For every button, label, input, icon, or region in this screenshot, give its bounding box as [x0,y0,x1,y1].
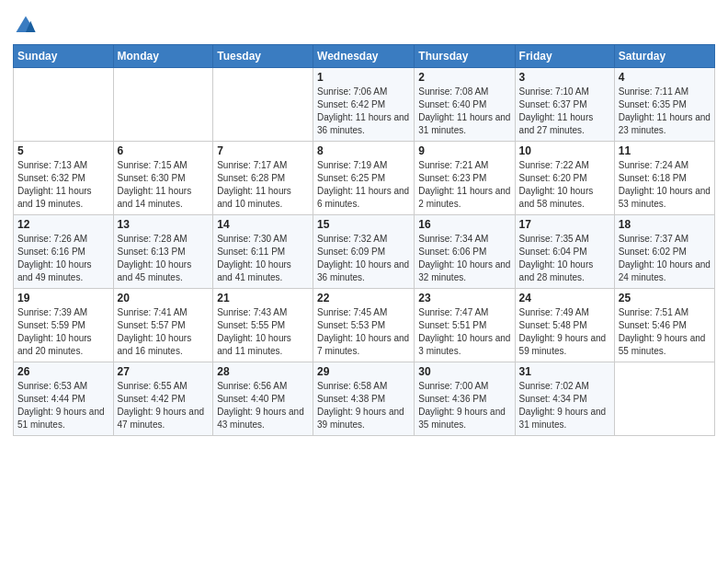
col-thursday: Thursday [415,45,515,68]
table-row: 5Sunrise: 7:13 AMSunset: 6:32 PMDaylight… [14,142,114,215]
day-info: Sunrise: 7:41 AMSunset: 5:57 PMDaylight:… [118,306,210,358]
day-number: 31 [519,365,610,378]
day-info: Sunrise: 7:15 AMSunset: 6:30 PMDaylight:… [118,159,210,211]
calendar-week-row: 12Sunrise: 7:26 AMSunset: 6:16 PMDayligh… [14,215,715,289]
table-row: 1Sunrise: 7:06 AMSunset: 6:42 PMDaylight… [313,68,415,142]
table-row: 15Sunrise: 7:32 AMSunset: 6:09 PMDayligh… [313,215,415,289]
calendar-week-row: 5Sunrise: 7:13 AMSunset: 6:32 PMDaylight… [14,142,715,215]
table-row: 30Sunrise: 7:00 AMSunset: 4:36 PMDayligh… [415,362,515,436]
day-number: 10 [519,144,610,157]
table-row: 16Sunrise: 7:34 AMSunset: 6:06 PMDayligh… [415,215,515,289]
calendar-table: Sunday Monday Tuesday Wednesday Thursday… [13,44,715,436]
day-info: Sunrise: 7:13 AMSunset: 6:32 PMDaylight:… [17,159,109,211]
table-row: 3Sunrise: 7:10 AMSunset: 6:37 PMDaylight… [515,68,614,142]
day-number: 17 [519,218,610,231]
day-info: Sunrise: 7:39 AMSunset: 5:59 PMDaylight:… [17,306,109,358]
col-tuesday: Tuesday [213,45,313,68]
day-number: 8 [317,144,410,157]
page: Sunday Monday Tuesday Wednesday Thursday… [0,0,728,563]
day-number: 13 [118,218,210,231]
day-info: Sunrise: 7:34 AMSunset: 6:06 PMDaylight:… [418,233,510,284]
table-row: 10Sunrise: 7:22 AMSunset: 6:20 PMDayligh… [515,142,614,215]
col-wednesday: Wednesday [313,45,415,68]
day-info: Sunrise: 7:24 AMSunset: 6:18 PMDaylight:… [619,159,711,211]
day-number: 14 [217,218,309,231]
day-number: 7 [217,144,309,157]
day-info: Sunrise: 7:02 AMSunset: 4:34 PMDaylight:… [519,380,610,431]
day-number: 19 [17,292,109,304]
table-row: 13Sunrise: 7:28 AMSunset: 6:13 PMDayligh… [113,215,213,289]
col-friday: Friday [515,45,614,68]
day-number: 20 [118,292,210,304]
day-info: Sunrise: 7:26 AMSunset: 6:16 PMDaylight:… [17,233,109,284]
day-info: Sunrise: 7:32 AMSunset: 6:09 PMDaylight:… [317,233,410,284]
day-info: Sunrise: 7:47 AMSunset: 5:51 PMDaylight:… [418,306,510,358]
day-info: Sunrise: 7:51 AMSunset: 5:46 PMDaylight:… [619,306,711,358]
col-monday: Monday [113,45,213,68]
table-row: 2Sunrise: 7:08 AMSunset: 6:40 PMDaylight… [415,68,515,142]
table-row: 4Sunrise: 7:11 AMSunset: 6:35 PMDaylight… [614,68,714,142]
day-number: 16 [418,218,510,231]
day-number: 22 [317,292,410,304]
table-row: 18Sunrise: 7:37 AMSunset: 6:02 PMDayligh… [614,215,714,289]
table-row: 6Sunrise: 7:15 AMSunset: 6:30 PMDaylight… [113,142,213,215]
day-info: Sunrise: 7:10 AMSunset: 6:37 PMDaylight:… [519,86,610,137]
day-info: Sunrise: 7:35 AMSunset: 6:04 PMDaylight:… [519,233,610,284]
day-info: Sunrise: 6:53 AMSunset: 4:44 PMDaylight:… [17,380,109,431]
table-row: 14Sunrise: 7:30 AMSunset: 6:11 PMDayligh… [213,215,313,289]
day-number: 24 [519,292,610,304]
table-row: 24Sunrise: 7:49 AMSunset: 5:48 PMDayligh… [515,289,614,362]
day-info: Sunrise: 6:56 AMSunset: 4:40 PMDaylight:… [217,380,309,431]
day-info: Sunrise: 7:37 AMSunset: 6:02 PMDaylight:… [619,233,711,284]
day-number: 1 [317,71,410,84]
day-number: 5 [17,144,109,157]
day-info: Sunrise: 7:00 AMSunset: 4:36 PMDaylight:… [418,380,510,431]
day-number: 3 [519,71,610,84]
calendar-header-row: Sunday Monday Tuesday Wednesday Thursday… [14,45,715,68]
table-row: 19Sunrise: 7:39 AMSunset: 5:59 PMDayligh… [14,289,114,362]
table-row: 27Sunrise: 6:55 AMSunset: 4:42 PMDayligh… [113,362,213,436]
day-info: Sunrise: 7:08 AMSunset: 6:40 PMDaylight:… [418,86,510,137]
calendar-week-row: 19Sunrise: 7:39 AMSunset: 5:59 PMDayligh… [14,289,715,362]
table-row: 11Sunrise: 7:24 AMSunset: 6:18 PMDayligh… [614,142,714,215]
day-number: 26 [17,365,109,378]
table-row: 26Sunrise: 6:53 AMSunset: 4:44 PMDayligh… [14,362,114,436]
table-row: 9Sunrise: 7:21 AMSunset: 6:23 PMDaylight… [415,142,515,215]
day-info: Sunrise: 7:11 AMSunset: 6:35 PMDaylight:… [619,86,711,137]
header [13,9,715,39]
logo [13,13,41,39]
day-number: 11 [619,144,711,157]
table-row: 8Sunrise: 7:19 AMSunset: 6:25 PMDaylight… [313,142,415,215]
day-info: Sunrise: 7:30 AMSunset: 6:11 PMDaylight:… [217,233,309,284]
day-info: Sunrise: 7:49 AMSunset: 5:48 PMDaylight:… [519,306,610,358]
table-row: 21Sunrise: 7:43 AMSunset: 5:55 PMDayligh… [213,289,313,362]
day-number: 4 [619,71,711,84]
col-sunday: Sunday [14,45,114,68]
day-number: 25 [619,292,711,304]
table-row: 20Sunrise: 7:41 AMSunset: 5:57 PMDayligh… [113,289,213,362]
table-row: 22Sunrise: 7:45 AMSunset: 5:53 PMDayligh… [313,289,415,362]
day-number: 23 [418,292,510,304]
day-number: 6 [118,144,210,157]
logo-icon [13,13,39,39]
day-info: Sunrise: 7:43 AMSunset: 5:55 PMDaylight:… [217,306,309,358]
calendar-week-row: 26Sunrise: 6:53 AMSunset: 4:44 PMDayligh… [14,362,715,436]
day-info: Sunrise: 7:28 AMSunset: 6:13 PMDaylight:… [118,233,210,284]
day-info: Sunrise: 6:58 AMSunset: 4:38 PMDaylight:… [317,380,410,431]
table-row: 7Sunrise: 7:17 AMSunset: 6:28 PMDaylight… [213,142,313,215]
day-number: 15 [317,218,410,231]
day-info: Sunrise: 7:21 AMSunset: 6:23 PMDaylight:… [418,159,510,211]
table-row [113,68,213,142]
table-row: 23Sunrise: 7:47 AMSunset: 5:51 PMDayligh… [415,289,515,362]
day-info: Sunrise: 6:55 AMSunset: 4:42 PMDaylight:… [118,380,210,431]
day-number: 30 [418,365,510,378]
table-row: 25Sunrise: 7:51 AMSunset: 5:46 PMDayligh… [614,289,714,362]
table-row [213,68,313,142]
day-number: 21 [217,292,309,304]
table-row: 12Sunrise: 7:26 AMSunset: 6:16 PMDayligh… [14,215,114,289]
day-info: Sunrise: 7:17 AMSunset: 6:28 PMDaylight:… [217,159,309,211]
col-saturday: Saturday [614,45,714,68]
day-number: 9 [418,144,510,157]
table-row [614,362,714,436]
day-info: Sunrise: 7:19 AMSunset: 6:25 PMDaylight:… [317,159,410,211]
